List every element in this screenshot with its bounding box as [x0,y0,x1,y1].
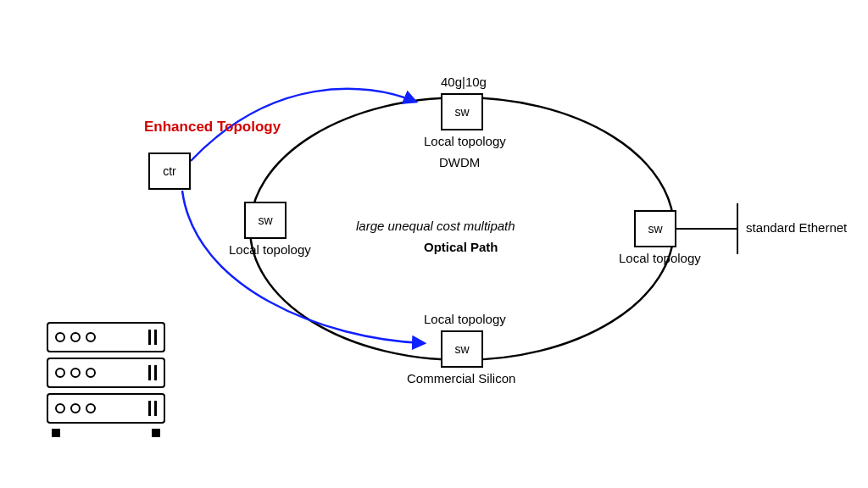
left-switch: sw [244,202,287,239]
right-switch: sw [634,210,676,247]
bottom-switch-caption-below: Commercial Silicon [407,371,515,385]
top-switch-speed: 40g|10g [441,75,487,89]
left-switch-caption: Local topology [229,242,311,257]
bottom-switch: sw [441,330,483,368]
ring-label-multipath: large unequal cost multipath [356,219,515,233]
top-switch-caption: Local topology [424,134,506,148]
ethernet-label: standard Ethernet [746,220,847,235]
ring-label-optical: Optical Path [424,240,498,254]
diagram-title: Enhanced Topology [144,119,281,136]
server-rack-icon [47,322,165,437]
bottom-switch-label: sw [454,342,469,356]
bottom-switch-caption-above: Local topology [424,312,506,326]
ring-label-dwdm: DWDM [439,155,480,169]
right-switch-caption: Local topology [619,251,701,265]
left-switch-label: sw [258,214,272,227]
controller-box: ctr [148,152,191,190]
top-switch: sw [441,93,483,130]
controller-label: ctr [163,164,176,178]
top-switch-label: sw [454,105,469,119]
right-switch-label: sw [648,222,662,236]
